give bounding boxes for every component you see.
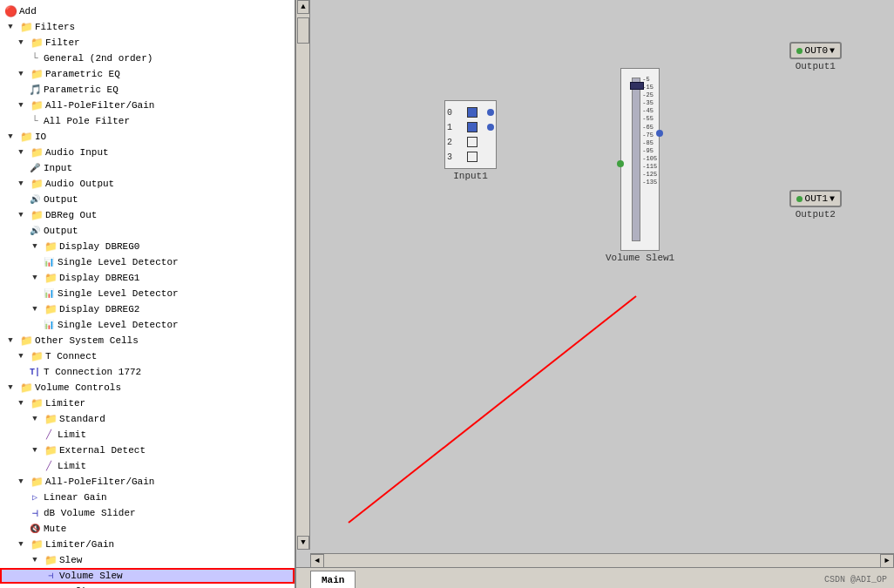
tree-label-limiter-gain: Limiter/Gain — [45, 539, 114, 550]
input-connector-0 — [487, 109, 494, 116]
main-container: 🔴 Add ▼ 📁 Filters ▼ 📁 Filter └ G — [0, 0, 894, 588]
vertical-scrollbar[interactable]: ▲ ▼ — [296, 0, 310, 550]
folder-icon-dbreg1: 📁 — [44, 271, 58, 285]
input-connector-1 — [487, 124, 494, 131]
tree-label-dbreg: DBReg Out — [45, 210, 97, 220]
scroll-down-arrow[interactable]: ▼ — [297, 536, 309, 550]
output1-text: Output1 — [796, 61, 836, 71]
tree-item-configure[interactable]: ⚙ Configure... — [0, 584, 295, 588]
tree-item-sld2[interactable]: 📊 Single Level Detector — [0, 317, 295, 333]
folder-icon-limiter: 📁 — [30, 396, 44, 410]
folder-icon-parametric: 📁 — [30, 67, 44, 81]
slew-track — [632, 78, 640, 241]
output1-label: OUT0 — [805, 45, 828, 56]
tree-item-other-system[interactable]: ▼ 📁 Other System Cells — [0, 333, 295, 348]
tree-item-slew[interactable]: ▼ 📁 Slew — [0, 552, 295, 568]
expand-icon-audio-output: ▼ — [14, 177, 28, 191]
tree-item-linear-gain[interactable]: ▷ Linear Gain — [0, 490, 295, 505]
output2-arrow: ▼ — [830, 194, 835, 204]
connection-line — [296, 0, 894, 567]
expand-icon-dbreg1: ▼ — [28, 271, 42, 285]
folder-icon-allpole-vol: 📁 — [30, 475, 44, 489]
tree-item-volume-slew[interactable]: ⊣ Volume Slew — [0, 568, 295, 584]
tree-item-dbreg2[interactable]: ▼ 📁 Display DBREG2 — [0, 301, 295, 317]
scroll-left-arrow[interactable]: ◄ — [310, 554, 324, 568]
tree-item-limit1[interactable]: ╱ Limit — [0, 427, 295, 443]
tree-item-filter[interactable]: ▼ 📁 Filter — [0, 35, 295, 51]
config-icon: ⚙ — [42, 585, 56, 588]
expand-icon-standard: ▼ — [28, 412, 42, 426]
tree-label-sld1: Single Level Detector — [58, 288, 179, 299]
scroll-right-arrow[interactable]: ► — [880, 554, 894, 568]
expand-icon-limiter: ▼ — [14, 396, 28, 410]
tab-main[interactable]: Main — [310, 571, 356, 588]
canvas-area[interactable]: ▲ ▼ 0 1 — [296, 0, 894, 567]
folder-icon-filters: 📁 — [19, 20, 33, 34]
expand-icon-dbreg: ▼ — [14, 208, 28, 222]
slew-icon: ⊣ — [44, 569, 58, 583]
input-num-3: 3 — [447, 152, 457, 162]
tree-item-allpolefilter[interactable]: └ All Pole Filter — [0, 113, 295, 129]
tree-item-tconnect[interactable]: ▼ 📁 T Connect — [0, 348, 295, 364]
tree-item-parametric-folder[interactable]: ▼ 📁 Parametric EQ — [0, 66, 295, 82]
expand-icon-filter: ▼ — [14, 36, 28, 50]
expand-icon-limiter-gain: ▼ — [14, 537, 28, 551]
tree-item-external-detect[interactable]: ▼ 📁 External Detect — [0, 443, 295, 458]
tree-item-sld0[interactable]: 📊 Single Level Detector — [0, 254, 295, 270]
tree-item-db-volume[interactable]: ⊣ dB Volume Slider — [0, 505, 295, 521]
folder-icon-filter: 📁 — [30, 36, 44, 50]
expand-icon-allpole-vol: ▼ — [14, 475, 28, 489]
tconn-icon: T| — [28, 365, 42, 379]
output1-arrow: ▼ — [830, 46, 835, 56]
horizontal-scrollbar[interactable]: ◄ ► — [310, 553, 894, 567]
tree-item-allpole[interactable]: ▼ 📁 All-PoleFilter/Gain — [0, 98, 295, 113]
tree-item-standard[interactable]: ▼ 📁 Standard — [0, 411, 295, 427]
tree-item-allpole-vol[interactable]: ▼ 📁 All-PoleFilter/Gain — [0, 474, 295, 490]
tree-item-dbreg[interactable]: ▼ 📁 DBReg Out — [0, 207, 295, 223]
tree-label-dbreg0: Display DBREG0 — [59, 241, 139, 252]
expand-icon-io: ▼ — [3, 130, 17, 144]
input-num-1: 1 — [447, 123, 457, 132]
tree-item-general2nd[interactable]: └ General (2nd order) — [0, 51, 295, 66]
scroll-up-arrow[interactable]: ▲ — [297, 0, 309, 14]
tree-item-audio-output[interactable]: ▼ 📁 Audio Output — [0, 176, 295, 192]
item-icon-allpolefilter: └ — [28, 114, 42, 128]
input1-label: Input1 — [453, 171, 488, 181]
output1-button[interactable]: OUT0 ▼ — [789, 42, 842, 59]
tree-item-mute[interactable]: 🔇 Mute — [0, 521, 295, 537]
folder-icon-dbreg0: 📁 — [44, 240, 58, 253]
tree-item-add[interactable]: 🔴 Add — [0, 3, 295, 19]
input-num-2: 2 — [447, 138, 457, 147]
tree-item-filters[interactable]: ▼ 📁 Filters — [0, 19, 295, 35]
tree-item-parametric-eq[interactable]: 🎵 Parametric EQ — [0, 82, 295, 98]
tree-item-volume-controls[interactable]: ▼ 📁 Volume Controls — [0, 380, 295, 395]
limit-icon-2: ╱ — [42, 459, 56, 473]
folder-icon-allpole: 📁 — [30, 98, 44, 112]
tree-item-output-dbreg[interactable]: 🔊 Output — [0, 223, 295, 239]
tree-label-standard: Standard — [59, 414, 105, 424]
tree-item-limit2[interactable]: ╱ Limit — [0, 458, 295, 474]
tree-item-dbreg0[interactable]: ▼ 📁 Display DBREG0 — [0, 239, 295, 254]
tree-item-limiter-gain[interactable]: ▼ 📁 Limiter/Gain — [0, 537, 295, 552]
input-check-1 — [467, 122, 477, 132]
scroll-thumb[interactable] — [297, 17, 309, 44]
tree-label-limiter: Limiter — [45, 398, 85, 409]
output2-button[interactable]: OUT1 ▼ — [789, 190, 842, 207]
tree-label-io: IO — [35, 132, 46, 142]
tree-item-sld1[interactable]: 📊 Single Level Detector — [0, 286, 295, 301]
tree-item-audio-input[interactable]: ▼ 📁 Audio Input — [0, 145, 295, 160]
tree-label-filter: Filter — [45, 37, 80, 48]
tree-label-dbreg1: Display DBREG1 — [59, 273, 139, 283]
tree-item-tconn1772[interactable]: T| T Connection 1772 — [0, 364, 295, 380]
tree-item-output-audio[interactable]: 🔊 Output — [0, 192, 295, 207]
tree-item-dbreg1[interactable]: ▼ 📁 Display DBREG1 — [0, 270, 295, 286]
output-icon-1: 🔊 — [28, 193, 42, 206]
folder-icon-external: 📁 — [44, 443, 58, 457]
expand-icon-dbreg0: ▼ — [28, 240, 42, 253]
tree-item-io[interactable]: ▼ 📁 IO — [0, 129, 295, 145]
tree-label-limit2: Limit — [58, 461, 86, 471]
tree-item-input[interactable]: 🎤 Input — [0, 160, 295, 176]
input-num-0: 0 — [447, 108, 457, 118]
slew-left-connector — [617, 160, 624, 167]
tree-item-limiter[interactable]: ▼ 📁 Limiter — [0, 395, 295, 411]
